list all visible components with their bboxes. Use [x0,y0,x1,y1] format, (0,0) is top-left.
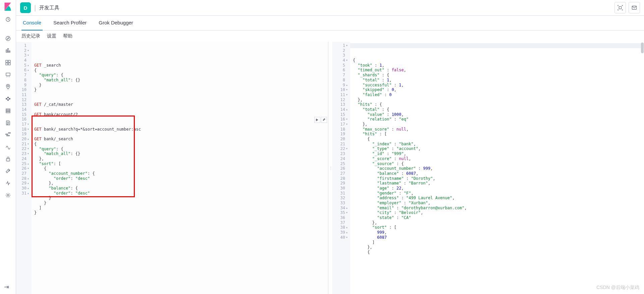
request-pane[interactable]: 1 2▾3▾4 5▴6▴7 8 9 10 11 12 13 14 15 16 1… [16,42,328,294]
svg-rect-18 [6,159,10,161]
svg-rect-2 [6,60,8,62]
response-gutter: 1▾2 3 4▾5 6 7 8 9▴10▾11▾12 13 14▴15 16▾1… [332,42,350,294]
breadcrumb-badge[interactable]: D [20,2,31,13]
response-scrollbar[interactable] [641,43,644,53]
svg-point-19 [7,195,9,196]
uptime-icon[interactable] [0,141,16,153]
svg-point-1 [6,36,10,41]
svg-rect-12 [6,109,10,110]
console-editors: 1 2▾3▾4 5▴6▴7 8 9 10 11 12 13 14 15 16 1… [16,42,644,294]
collapse-nav-button[interactable]: ⇥ [4,283,9,291]
svg-rect-20 [619,7,622,9]
maps-icon[interactable] [0,81,16,93]
monitoring-icon[interactable] [0,177,16,189]
topbar: D | 开发工具 [16,0,644,16]
svg-rect-3 [8,60,10,62]
canvas-icon[interactable] [0,69,16,81]
devtools-icon[interactable] [0,165,16,177]
svg-rect-5 [8,63,10,65]
request-options-button[interactable] [321,117,327,123]
run-buttons [314,117,327,123]
tab-console[interactable]: Console [21,16,43,30]
svg-rect-4 [6,63,8,65]
watermark: CSDN @后端小菜鸡 [596,285,639,291]
management-icon[interactable] [0,189,16,201]
link-help[interactable]: 帮助 [63,33,72,39]
send-request-button[interactable] [314,117,320,123]
request-code[interactable]: GET _search{ "query": { "match_all": {} … [32,42,328,294]
logs-icon[interactable] [0,117,16,129]
visualize-icon[interactable] [0,45,16,57]
feedback-icon[interactable] [629,2,640,13]
breadcrumb-title: 开发工具 [39,5,59,11]
left-nav [0,0,16,294]
compass-icon[interactable] [0,32,16,45]
svg-point-7 [7,85,9,87]
tab-grok-debugger[interactable]: Grok Debugger [97,16,135,30]
infra-icon[interactable] [0,105,16,117]
security-icon[interactable] [0,153,16,165]
svg-rect-6 [6,73,10,76]
breadcrumb-sep: | [34,4,36,12]
fullscreen-icon[interactable] [614,2,626,13]
tabs: Console Search Profiler Grok Debugger [16,16,644,30]
request-gutter: 1 2▾3▾4 5▴6▴7 8 9 10 11 12 13 14 15 16 1… [16,42,32,294]
splitter[interactable]: ⋮ [328,42,332,294]
ml-icon[interactable] [0,93,16,105]
apm-icon[interactable] [0,129,16,141]
svg-rect-17 [8,133,10,133]
link-settings[interactable]: 设置 [47,33,56,39]
tab-search-profiler[interactable]: Search Profiler [52,16,88,30]
kibana-logo[interactable] [3,2,13,11]
svg-rect-16 [7,135,9,136]
dashboard-icon[interactable] [0,57,16,69]
response-pane[interactable]: 1▾2 3 4▾5 6 7 8 9▴10▾11▾12 13 14▴15 16▾1… [332,42,644,294]
svg-rect-13 [6,111,10,112]
response-code[interactable]: { "took" : 1, "timed_out" : false, "_sha… [350,42,644,294]
console-links: 历史记录 设置 帮助 [16,30,644,42]
recent-icon[interactable] [0,13,16,25]
svg-rect-15 [6,134,8,135]
link-history[interactable]: 历史记录 [21,33,40,39]
svg-rect-14 [6,112,10,113]
